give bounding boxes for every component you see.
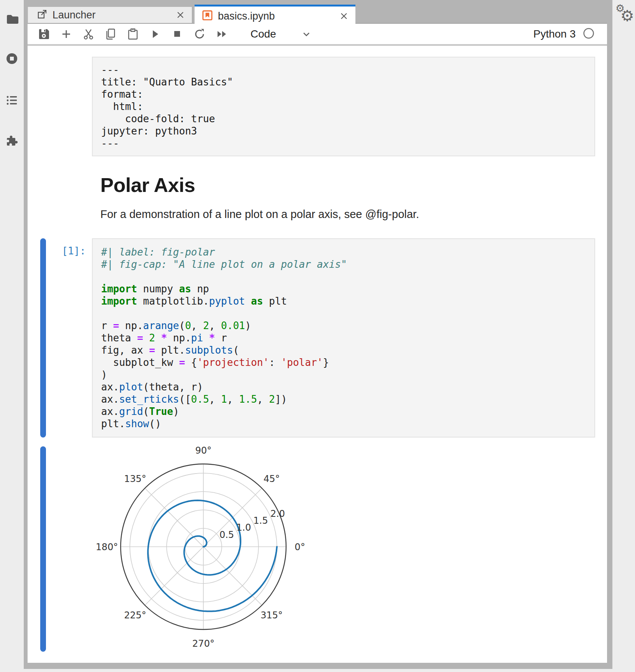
markdown-heading: Polar Axis	[100, 174, 195, 197]
polar-axis-chart: 0°45°90°135°180°225°270°315°0.51.01.52.0	[85, 439, 322, 658]
kernel-name[interactable]: Python 3	[533, 28, 576, 40]
run-all-button[interactable]	[215, 28, 228, 41]
activity-bar	[0, 0, 24, 669]
close-icon[interactable]	[176, 10, 185, 20]
close-icon[interactable]	[339, 11, 349, 21]
launcher-icon	[37, 9, 47, 21]
bottom-strip	[0, 669, 635, 672]
tab-label: Launcher	[52, 9, 96, 21]
svg-text:270°: 270°	[192, 638, 214, 649]
plus-icon	[60, 28, 73, 41]
tab-label: basics.ipynb	[218, 10, 275, 22]
svg-text:2.0: 2.0	[270, 508, 285, 519]
tab-notebook-active[interactable]: basics.ipynb	[195, 5, 355, 26]
chevron-down-icon	[301, 29, 311, 39]
svg-text:315°: 315°	[260, 610, 283, 621]
save-button[interactable]	[38, 28, 51, 41]
svg-text:90°: 90°	[195, 445, 212, 456]
code-cell-editor[interactable]: #| label: fig-polar#| fig-cap: "A line p…	[92, 238, 595, 438]
list-icon	[5, 94, 18, 107]
stop-circle-icon	[5, 52, 18, 65]
copy-cells-button[interactable]	[104, 28, 117, 41]
paste-cells-button[interactable]	[126, 28, 139, 41]
fast-forward-icon	[215, 28, 228, 41]
raw-cell-yaml[interactable]: ---title: "Quarto Basics"format: html: c…	[92, 57, 595, 156]
right-margin-strip: ⚙ ⚙	[612, 0, 635, 669]
copy-icon	[104, 28, 117, 41]
gear-large-icon: ⚙	[620, 7, 634, 25]
kernel-status-indicator[interactable]	[583, 27, 595, 41]
refresh-icon	[193, 28, 206, 41]
add-cell-button[interactable]	[60, 28, 73, 41]
polar-plot-output: 0°45°90°135°180°225°270°315°0.51.01.52.0	[85, 439, 322, 658]
notebook-content: ---title: "Quarto Basics"format: html: c…	[28, 46, 607, 663]
tab-bar: Launcher basics.ipynb	[28, 5, 607, 24]
main-panel: Launcher basics.ipynb	[28, 0, 607, 663]
svg-text:0°: 0°	[295, 542, 305, 552]
folder-icon	[5, 13, 18, 26]
notebook-icon	[202, 10, 213, 22]
sidebar-item-table-of-contents[interactable]	[5, 94, 18, 107]
tab-launcher[interactable]: Launcher	[28, 7, 192, 23]
cell-type-dropdown[interactable]: Code	[250, 28, 311, 40]
notebook-toolbar: Code Python 3	[28, 24, 607, 45]
svg-text:135°: 135°	[124, 474, 146, 484]
svg-text:1.5: 1.5	[254, 515, 268, 526]
sidebar-item-running-kernels[interactable]	[5, 52, 18, 65]
jupyterlab-window: { "tabs": { "launcher": { "label": "Laun…	[0, 0, 635, 672]
run-button[interactable]	[149, 28, 162, 41]
svg-text:225°: 225°	[124, 610, 146, 621]
cut-cells-button[interactable]	[82, 28, 95, 41]
cell-input-collapser[interactable]	[40, 238, 46, 438]
markdown-paragraph: For a demonstration of a line plot on a …	[100, 208, 419, 221]
svg-text:1.0: 1.0	[236, 522, 251, 533]
execution-count-prompt: [1]:	[39, 245, 86, 257]
svg-text:0.5: 0.5	[219, 529, 234, 540]
scissors-icon	[82, 28, 95, 41]
svg-text:180°: 180°	[96, 542, 118, 552]
sidebar-item-extension-manager[interactable]	[5, 134, 18, 147]
sidebar-item-file-browser[interactable]	[5, 13, 18, 26]
settings-gears-icon[interactable]: ⚙ ⚙	[612, 0, 635, 34]
save-icon	[38, 28, 51, 41]
play-icon	[149, 28, 162, 41]
stop-icon	[171, 28, 184, 41]
svg-text:45°: 45°	[263, 474, 280, 484]
kernel-idle-circle-icon	[583, 27, 595, 39]
clipboard-icon	[126, 28, 139, 41]
cell-type-value: Code	[250, 28, 276, 40]
stop-button[interactable]	[171, 28, 184, 41]
restart-kernel-button[interactable]	[193, 28, 206, 41]
cell-output-collapser[interactable]	[40, 446, 46, 652]
puzzle-icon	[5, 134, 18, 147]
